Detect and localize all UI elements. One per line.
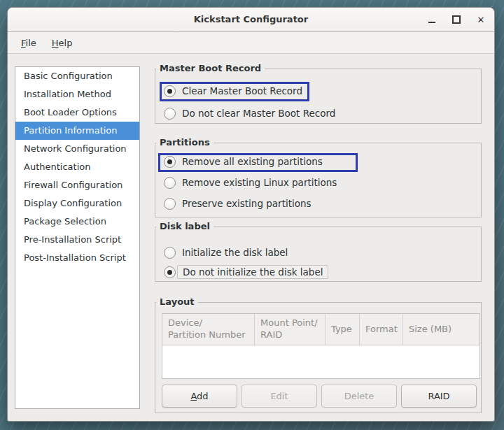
radio-label: Do not clear Master Boot Record — [182, 108, 335, 119]
menubar: File Help — [8, 32, 494, 54]
radio-preserve-partitions[interactable] — [164, 198, 176, 210]
sidebar-item-network-configuration[interactable]: Network Configuration — [15, 140, 139, 158]
sidebar-item-package-selection[interactable]: Package Selection — [15, 213, 139, 231]
window-controls: ✕ — [427, 8, 486, 31]
sidebar-item-basic-configuration[interactable]: Basic Configuration — [15, 67, 139, 85]
radio-label: Initialize the disk label — [182, 247, 288, 258]
minimize-button[interactable] — [427, 15, 437, 24]
radio-label: Remove existing Linux partitions — [182, 177, 337, 188]
column-header-format[interactable]: Format — [360, 314, 403, 345]
group-title: Partitions — [156, 137, 214, 148]
edit-button[interactable]: Edit — [241, 385, 317, 408]
group-partitions: Partitions Remove all existing partition… — [155, 137, 482, 217]
partition-table: Device/ Partition Number Mount Point/ RA… — [162, 313, 480, 379]
close-icon: ✕ — [477, 15, 485, 25]
group-disk-label: Disk label Initialize the disk label Do … — [155, 221, 482, 282]
raid-button[interactable]: RAID — [401, 385, 477, 408]
radio-no-init-disk-label[interactable] — [164, 266, 176, 278]
group-title: Disk label — [156, 221, 214, 232]
layout-buttons: Add Edit Delete RAID — [162, 385, 477, 408]
window-title: Kickstart Configurator — [8, 8, 494, 31]
group-layout: Layout Device/ Partition Number Mount Po… — [155, 296, 482, 413]
add-button[interactable]: Add — [162, 385, 237, 408]
minimize-icon — [428, 22, 435, 23]
sidebar-nav: Basic Configuration Installation Method … — [15, 66, 140, 409]
main-content: Basic Configuration Installation Method … — [8, 53, 494, 421]
app-window: Kickstart Configurator ✕ File Help Basic… — [7, 7, 495, 422]
sidebar-item-authentication[interactable]: Authentication — [15, 158, 139, 176]
sidebar-item-display-configuration[interactable]: Display Configuration — [15, 194, 139, 213]
maximize-icon — [452, 15, 461, 24]
radio-label: Do not initialize the disk label — [177, 265, 328, 279]
radio-remove-linux-partitions[interactable] — [164, 177, 176, 189]
column-header-type[interactable]: Type — [326, 314, 360, 345]
group-title: Layout — [156, 296, 198, 308]
sidebar-item-pre-installation-script[interactable]: Pre-Installation Script — [15, 231, 139, 249]
radio-clear-mbr[interactable] — [164, 85, 176, 97]
menu-help[interactable]: Help — [44, 32, 80, 53]
close-button[interactable]: ✕ — [476, 15, 486, 24]
radio-label: Clear Master Boot Record — [182, 85, 302, 96]
sidebar-item-post-installation-script[interactable]: Post-Installation Script — [15, 249, 139, 267]
sidebar-item-partition-information[interactable]: Partition Information — [15, 122, 139, 140]
sidebar-item-boot-loader-options[interactable]: Boot Loader Options — [15, 103, 139, 122]
group-master-boot-record: Master Boot Record Clear Master Boot Rec… — [155, 63, 482, 124]
partition-table-header: Device/ Partition Number Mount Point/ RA… — [162, 314, 479, 345]
radio-label: Preserve existing partitions — [182, 198, 312, 209]
partition-table-body[interactable] — [162, 345, 479, 378]
column-header-mount-point[interactable]: Mount Point/ RAID — [255, 314, 326, 345]
sidebar-item-firewall-configuration[interactable]: Firewall Configuration — [15, 176, 139, 194]
column-header-size[interactable]: Size (MB) — [403, 314, 479, 345]
radio-label: Remove all existing partitions — [182, 156, 323, 167]
group-title: Master Boot Record — [156, 63, 265, 74]
radio-no-clear-mbr[interactable] — [164, 108, 176, 120]
delete-button[interactable]: Delete — [321, 385, 397, 408]
menu-file[interactable]: File — [13, 32, 44, 53]
sidebar-item-installation-method[interactable]: Installation Method — [15, 85, 139, 103]
radio-remove-all-partitions[interactable] — [164, 156, 176, 168]
desktop-background: Kickstart Configurator ✕ File Help Basic… — [0, 0, 504, 430]
column-header-device[interactable]: Device/ Partition Number — [162, 314, 255, 345]
titlebar[interactable]: Kickstart Configurator ✕ — [8, 8, 494, 32]
maximize-button[interactable] — [451, 15, 461, 24]
radio-init-disk-label[interactable] — [164, 247, 176, 259]
